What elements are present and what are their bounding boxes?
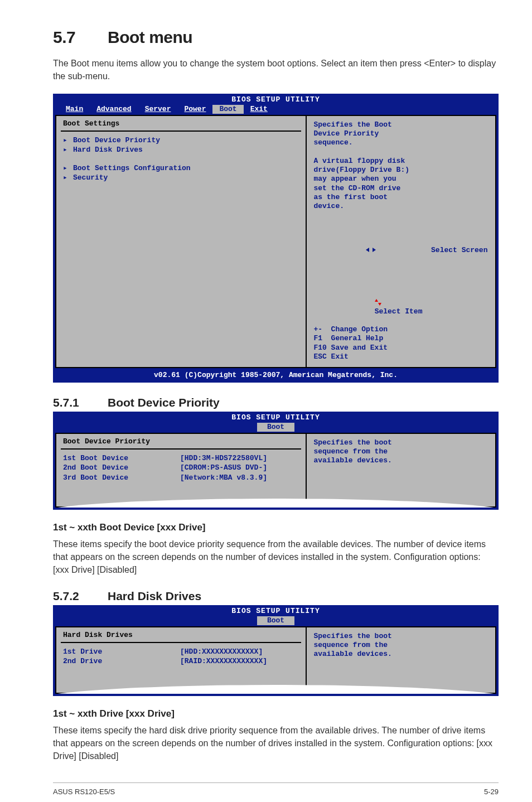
subsection-1-paragraph: These items specify the boot device prio… [53,538,499,577]
bios-title: BIOS SETUP UTILITY [54,412,498,422]
bios-help-line: A virtual floppy disk [313,157,489,166]
subsection-2-item-heading: 1st ~ xxth Drive [xxx Drive] [53,708,499,719]
svg-marker-3 [378,303,381,306]
page-footer: ASUS RS120-E5/S 5-29 [53,782,499,796]
section-heading: 5.7Boot menu [53,28,499,47]
bios-nav-select-screen: Select Screen [313,220,489,280]
bios-help-line: available devices. [313,456,489,465]
bios-help-line: Specifies the boot [313,438,489,447]
bios-help-line: may appear when you [313,175,489,183]
bios-tab-bar: Main Advanced Server Power Boot Exit [54,105,498,115]
subsection-number: 5.7.2 [53,590,108,603]
bios-help-line: sequence from the [313,641,489,650]
subsection-1-item-heading: 1st ~ xxth Boot Device [xxx Drive] [53,522,499,533]
svg-marker-0 [366,248,369,252]
bios-section-title: Boot Device Priority [61,437,301,450]
bios-tab-server[interactable]: Server [138,105,178,114]
svg-marker-1 [373,248,376,252]
bios-left-pane: Boot Settings ▸ Boot Device Priority ▸ H… [55,115,307,368]
bios-setting-1st-drive[interactable]: 1st Drive [HDD:XXXXXXXXXXXXX] [63,648,299,656]
section-number: 5.7 [53,28,108,47]
bios-setting-2nd-drive[interactable]: 2nd Drive [RAID:XXXXXXXXXXXXX] [63,657,299,666]
triangle-right-icon: ▸ [63,164,73,173]
bios-menu-item-hard-disk-drives[interactable]: ▸ Hard Disk Drives [63,146,299,154]
bios-tab-bar: Boot [54,423,498,433]
bios-setting-value: [Network:MBA v8.3.9] [180,474,267,482]
bios-help-line: as the first boot [313,193,489,202]
bios-help-line: Specifies the Boot [313,120,489,129]
bios-section-title: Hard Disk Drives [61,631,301,643]
arrows-left-right-icon [366,229,427,271]
bios-tab-main[interactable]: Main [59,105,90,114]
bios-tab-advanced[interactable]: Advanced [90,105,138,114]
bios-nav-select-item: Select Item [313,280,489,325]
svg-marker-2 [375,299,378,302]
bios-setting-value: [HDD:3M-HDS722580VL] [180,454,267,463]
bios-title: BIOS SETUP UTILITY [54,606,498,616]
bios-setting-label: 2nd Drive [63,657,180,666]
bios-tab-bar: Boot [54,616,498,626]
bios-copyright-footer: v02.61 (C)Copyright 1985-2007, American … [54,370,498,382]
bios-help-line: set the CD-ROM drive [313,184,489,193]
bios-nav-change-option: +- Change Option [313,325,489,334]
bios-nav-help: Select Screen Select Item +- Change Opti… [313,220,489,361]
bios-panel-hard-disk-drives: BIOS SETUP UTILITY Boot Hard Disk Drives… [53,605,499,695]
bios-menu-label: Boot Device Priority [73,136,160,145]
bios-setting-label: 2nd Boot Device [63,463,180,472]
bios-setting-value: [CDROM:PS-ASUS DVD-] [180,463,267,472]
bios-menu-item-boot-device-priority[interactable]: ▸ Boot Device Priority [63,136,299,145]
subsection-2-paragraph: These items specify the hard disk drive … [53,724,499,763]
bios-panel-boot-device-priority: BIOS SETUP UTILITY Boot Boot Device Prio… [53,412,499,510]
intro-paragraph: The Boot menu items allow you to change … [53,57,499,83]
bios-setting-2nd-boot-device[interactable]: 2nd Boot Device [CDROM:PS-ASUS DVD-] [63,463,299,472]
spacer [63,667,299,684]
subsection-number: 5.7.1 [53,396,108,409]
bios-help-line: drive(Floppy Drive B:) [313,166,489,175]
bios-setting-1st-boot-device[interactable]: 1st Boot Device [HDD:3M-HDS722580VL] [63,454,299,463]
triangle-right-icon: ▸ [63,136,73,145]
bios-setting-value: [HDD:XXXXXXXXXXXXX] [180,648,263,656]
arrows-up-down-icon [313,298,381,315]
bios-tab-exit[interactable]: Exit [244,105,274,114]
bios-help-pane: Specifies the boot sequence from the ava… [307,433,496,508]
bios-help-line: Device Priority [313,129,489,138]
bios-tab-boot[interactable]: Boot [257,423,294,432]
bios-section-title: Boot Settings [61,119,301,132]
subsection-title: Boot Device Priority [108,396,220,409]
bios-tab-boot[interactable]: Boot [257,616,294,625]
triangle-right-icon: ▸ [63,146,73,154]
bios-menu-label: Boot Settings Configuration [73,164,191,173]
bios-nav-save-exit: F10 Save and Exit [313,344,489,352]
subsection-title: Hard Disk Drives [108,590,201,602]
bios-menu-item-boot-settings-config[interactable]: ▸ Boot Settings Configuration [63,164,299,173]
bios-menu-label: Hard Disk Drives [73,146,143,154]
bios-help-line: Specifies the boot [313,632,489,641]
bios-help-line: device. [313,202,489,211]
bios-setting-label: 3rd Boot Device [63,474,180,482]
spacer [63,483,299,497]
bios-setting-label: 1st Boot Device [63,454,180,463]
subsection-heading-2: 5.7.2Hard Disk Drives [53,590,499,603]
bios-help-line: available devices. [313,650,489,659]
footer-page-number: 5-29 [484,787,499,796]
bios-left-pane: Hard Disk Drives 1st Drive [HDD:XXXXXXXX… [55,626,307,694]
bios-left-pane: Boot Device Priority 1st Boot Device [HD… [55,433,307,508]
bios-help-line: sequence. [313,138,489,147]
bios-nav-esc-exit: ESC Exit [313,352,489,361]
footer-product: ASUS RS120-E5/S [53,787,115,796]
bios-nav-general-help: F1 General Help [313,334,489,343]
bios-help-line [313,148,489,157]
bios-setting-3rd-boot-device[interactable]: 3rd Boot Device [Network:MBA v8.3.9] [63,474,299,482]
bios-menu-item-security[interactable]: ▸ Security [63,173,299,182]
bios-title: BIOS SETUP UTILITY [54,94,498,104]
subsection-heading-1: 5.7.1Boot Device Priority [53,396,499,409]
bios-help-pane: Specifies the boot sequence from the ava… [307,626,496,694]
triangle-right-icon: ▸ [63,173,73,182]
section-title: Boot menu [108,28,192,46]
bios-panel-boot-settings: BIOS SETUP UTILITY Main Advanced Server … [53,94,499,383]
bios-tab-boot[interactable]: Boot [212,105,243,114]
bios-setting-label: 1st Drive [63,648,180,656]
bios-tab-power[interactable]: Power [177,105,212,114]
bios-help-line: sequence from the [313,447,489,456]
bios-setting-value: [RAID:XXXXXXXXXXXXX] [180,657,267,666]
